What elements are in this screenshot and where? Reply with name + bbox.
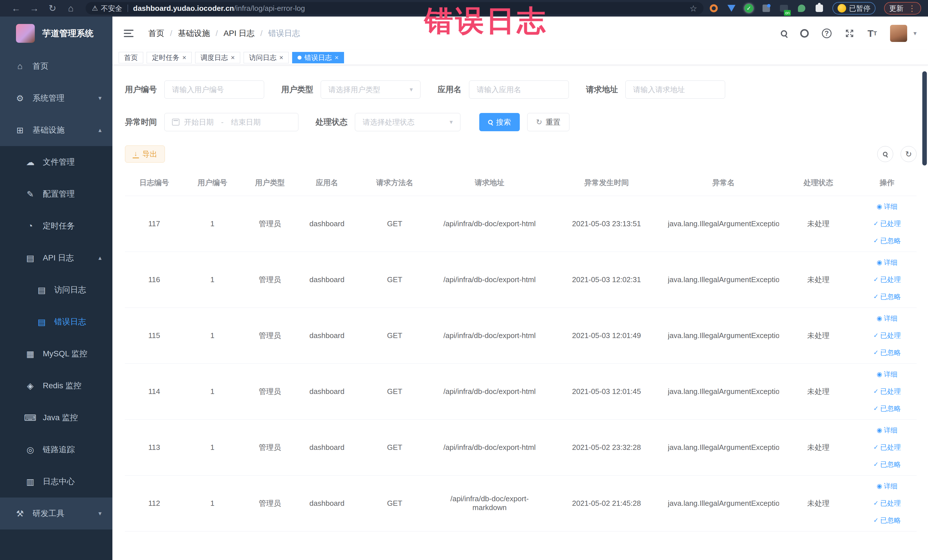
reset-button[interactable]: ↻ 重置 [527, 113, 569, 131]
search-icon [488, 120, 493, 124]
sidebar-item-label: 基础设施 [32, 125, 64, 136]
sidebar-item-1[interactable]: ⌂首页 [0, 50, 112, 82]
tab-5[interactable]: 错误日志× [292, 52, 344, 63]
action-processed[interactable]: ✓已处理 [873, 219, 901, 228]
action-ignored[interactable]: ✓已忽略 [873, 404, 901, 413]
action-label: 已忽略 [881, 292, 901, 301]
cell-user_type: 管理员 [241, 196, 298, 252]
sidebar-item-14[interactable]: ▥日志中心 [0, 465, 112, 497]
cell-user_type: 管理员 [241, 308, 298, 363]
grid-extension-icon[interactable] [762, 4, 771, 13]
tab-2[interactable]: 定时任务× [147, 52, 192, 63]
app-logo [16, 24, 35, 43]
date-range-input[interactable]: 开始日期 - 结束日期 [164, 113, 298, 131]
sidebar-item-15[interactable]: ⚒研发工具▾ [0, 497, 112, 529]
sidebar-item-10[interactable]: ▦MySQL 监控 [0, 338, 112, 370]
sidebar-item-5[interactable]: ✎配置管理 [0, 178, 112, 210]
cell-time: 2021-05-02 21:45:28 [545, 475, 668, 531]
action-label: 已忽略 [881, 404, 901, 413]
close-icon[interactable]: × [182, 53, 186, 62]
close-icon[interactable]: × [279, 53, 283, 62]
tab-4[interactable]: 访问日志× [244, 52, 289, 63]
action-detail[interactable]: ◉详细 [877, 482, 897, 491]
cell-status: 未处理 [779, 308, 858, 363]
user-id-input[interactable]: 请输入用户编号 [164, 81, 264, 99]
action-ignored[interactable]: ✓已忽略 [873, 236, 901, 245]
breadcrumb-item[interactable]: 首页 [148, 28, 164, 39]
leaf-extension-icon[interactable] [797, 4, 806, 13]
action-ignored[interactable]: ✓已忽略 [873, 460, 901, 469]
user-avatar[interactable] [890, 25, 907, 42]
sidebar-item-8[interactable]: ▤访问日志 [0, 274, 112, 306]
scrollbar-thumb[interactable] [922, 71, 927, 165]
filter-label: 应用名 [438, 84, 462, 95]
sidebar-item-4[interactable]: ☁文件管理 [0, 146, 112, 178]
action-label: 详细 [884, 202, 897, 211]
font-size-icon[interactable]: TT [867, 28, 877, 39]
tab-1[interactable]: 首页 [119, 52, 143, 63]
address-bar[interactable]: ⚠ 不安全 dashboard.yudao.iocoder.cn /infra/… [85, 2, 704, 15]
kebab-menu-icon[interactable]: ⋮ [908, 4, 916, 13]
close-icon[interactable]: × [334, 53, 339, 62]
shield-extension-icon[interactable] [727, 4, 736, 13]
table-row: 1151管理员dashboardGET/api/infra/db-doc/exp… [125, 308, 917, 363]
export-button[interactable]: ↓ 导出 [125, 145, 165, 163]
request-url-input[interactable]: 请输入请求地址 [625, 81, 725, 99]
home-button-icon[interactable]: ⌂ [62, 3, 80, 14]
url-path: /infra/log/api-error-log [234, 4, 305, 13]
profile-chip[interactable]: 已暂停 [832, 2, 876, 15]
action-detail[interactable]: ◉详细 [877, 314, 897, 323]
breadcrumb-separator: / [216, 29, 218, 38]
sidebar-item-7[interactable]: ▤API 日志▴ [0, 242, 112, 274]
sidebar-item-9[interactable]: ▤错误日志 [0, 306, 112, 338]
breadcrumb-item[interactable]: 错误日志 [268, 28, 300, 39]
action-ignored[interactable]: ✓已忽略 [873, 348, 901, 357]
timer-icon: ◔ [24, 221, 37, 231]
app-name-input[interactable]: 请输入应用名 [469, 81, 569, 99]
refresh-button[interactable]: ↻ [901, 146, 917, 162]
toggle-search-button[interactable] [877, 146, 893, 162]
user-type-select[interactable]: 请选择用户类型 ▾ [321, 81, 420, 99]
action-processed[interactable]: ✓已处理 [873, 443, 901, 452]
sidebar-item-2[interactable]: ⚙系统管理▾ [0, 82, 112, 114]
security-label[interactable]: 不安全 [101, 4, 122, 13]
sidebar-item-11[interactable]: ◈Redis 监控 [0, 370, 112, 402]
on-badge-extension-icon[interactable]: on [779, 4, 789, 13]
breadcrumb-item[interactable]: 基础设施 [178, 28, 210, 39]
update-chip[interactable]: 更新 ⋮ [884, 2, 921, 15]
process-status-select[interactable]: 请选择处理状态 ▾ [355, 113, 461, 131]
action-detail[interactable]: ◉详细 [877, 202, 897, 211]
search-button[interactable]: 搜索 [479, 113, 520, 131]
action-detail[interactable]: ◉详细 [877, 426, 897, 435]
forward-icon[interactable]: → [25, 3, 43, 14]
sidebar-collapse-icon[interactable] [124, 30, 135, 37]
action-detail[interactable]: ◉详细 [877, 370, 897, 379]
fullscreen-icon[interactable] [845, 29, 855, 38]
reload-icon[interactable]: ↻ [43, 3, 62, 14]
help-icon[interactable]: ? [822, 29, 832, 38]
sidebar-item-3[interactable]: ⊞基础设施▴ [0, 114, 112, 146]
tab-3[interactable]: 调度日志× [195, 52, 240, 63]
action-processed[interactable]: ✓已处理 [873, 387, 901, 396]
action-ignored[interactable]: ✓已忽略 [873, 516, 901, 525]
sidebar-item-13[interactable]: ◎链路追踪 [0, 433, 112, 465]
extensions-puzzle-icon[interactable] [815, 4, 824, 13]
sidebar-item-12[interactable]: ⌨Java 监控 [0, 402, 112, 433]
orange-ring-extension-icon[interactable] [709, 4, 718, 13]
action-detail[interactable]: ◉详细 [877, 258, 897, 267]
action-processed[interactable]: ✓已处理 [873, 499, 901, 508]
back-icon[interactable]: ← [7, 3, 25, 14]
action-processed[interactable]: ✓已处理 [873, 275, 901, 284]
search-icon[interactable] [781, 30, 787, 37]
action-ignored[interactable]: ✓已忽略 [873, 292, 901, 301]
breadcrumb-item[interactable]: API 日志 [224, 28, 255, 39]
github-icon[interactable] [800, 29, 809, 38]
check-extension-icon[interactable]: ✓ [745, 4, 753, 12]
chevron-down-icon[interactable]: ▾ [913, 30, 917, 37]
sidebar-item-label: 定时任务 [43, 221, 75, 231]
paused-label: 已暂停 [849, 4, 870, 13]
close-icon[interactable]: × [231, 53, 235, 62]
action-processed[interactable]: ✓已处理 [873, 331, 901, 340]
sidebar-item-6[interactable]: ◔定时任务 [0, 210, 112, 242]
bookmark-star-icon[interactable]: ☆ [690, 3, 697, 14]
